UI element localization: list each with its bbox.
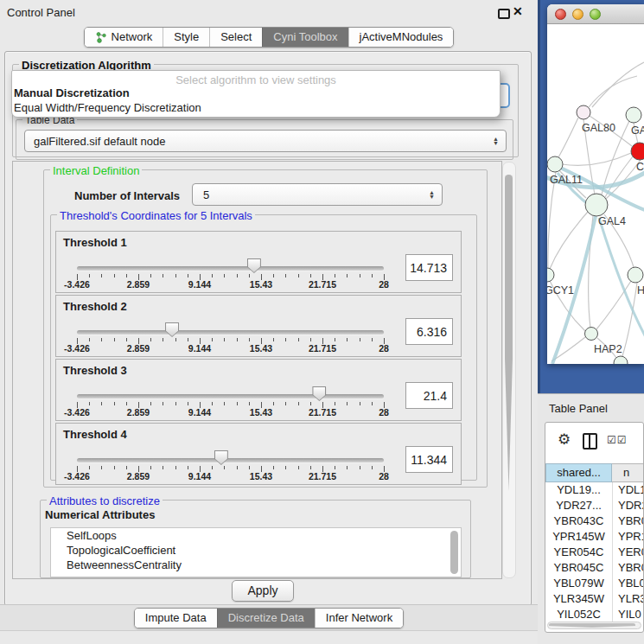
slider-tick	[188, 274, 188, 277]
slider-tick	[89, 402, 90, 405]
tab-cyni-toolbox[interactable]: Cyni Toolbox	[262, 28, 348, 47]
network-node-label: GA	[631, 124, 644, 137]
table-row[interactable]: YBR045CYBR0	[545, 560, 643, 576]
slider-track[interactable]	[77, 394, 384, 399]
slider-tick	[347, 466, 348, 469]
list-scrollbar-thumb[interactable]	[450, 531, 458, 574]
hscrollbar-thumb[interactable]	[549, 623, 635, 628]
tab-select[interactable]: Select	[209, 28, 262, 47]
slider-tick	[114, 338, 115, 341]
network-node-ga[interactable]	[626, 107, 641, 123]
slider-thumb[interactable]	[247, 258, 261, 273]
table-row[interactable]: YDR27...YDR2	[545, 498, 643, 513]
slider-thumb[interactable]	[165, 322, 179, 337]
attribute-list-item[interactable]: SelfLoops	[51, 528, 461, 543]
slider-tick	[273, 402, 274, 405]
network-node-h[interactable]	[628, 267, 643, 283]
table-row[interactable]: YPR145WYPR1	[545, 529, 643, 545]
tab-jactivemnodules[interactable]: jActiveMNodules	[348, 28, 454, 47]
slider-tick	[101, 466, 102, 469]
slider-tick	[175, 466, 176, 469]
tab-style[interactable]: Style	[163, 28, 209, 47]
slider-tick	[347, 274, 348, 277]
tab-impute-data[interactable]: Impute Data	[135, 609, 217, 628]
slider-thumb[interactable]	[312, 386, 326, 401]
table-row[interactable]: YBL079WYBL0	[545, 576, 643, 591]
scrollbar-thumb[interactable]	[505, 175, 513, 491]
attribute-list-item[interactable]: BetweennessCentrality	[51, 558, 461, 572]
slider-tick	[347, 402, 348, 405]
number-of-intervals-spinner[interactable]: 5 ▲▼	[192, 183, 443, 206]
network-node-gcy1[interactable]	[547, 268, 554, 282]
slider-tick	[249, 402, 250, 405]
slider-tick-label: 9.144	[182, 407, 217, 418]
network-edge	[550, 212, 588, 269]
table-row[interactable]: YLR345WYLR3	[545, 591, 643, 607]
column-header-name[interactable]: n	[612, 463, 643, 482]
table-row[interactable]: YDL19...YDL1	[545, 482, 643, 498]
network-node-gal4[interactable]	[585, 194, 608, 216]
threshold-value-field[interactable]: 11.344	[405, 446, 453, 473]
slider-tick-label: 15.43	[244, 471, 278, 481]
apply-button[interactable]: Apply	[232, 580, 294, 602]
slider-track[interactable]	[77, 266, 384, 271]
tab-label: Discretize Data	[228, 609, 304, 628]
network-node-hap2[interactable]	[585, 328, 598, 341]
table-panel-title: Table Panel	[549, 402, 608, 415]
column-layout-icon[interactable]	[583, 433, 597, 450]
table-data-combobox[interactable]: galFiltered.sif default node ▲▼	[24, 130, 507, 152]
threshold-value-field[interactable]: 21.4	[405, 382, 453, 409]
float-window-icon[interactable]	[498, 9, 510, 19]
close-traffic-light-icon[interactable]	[555, 9, 566, 20]
slider-tick	[285, 402, 286, 405]
combobox-arrows-icon: ▲▼	[493, 137, 499, 145]
zoom-traffic-light-icon[interactable]	[590, 9, 601, 20]
slider-tick	[335, 402, 335, 405]
threshold-value-field[interactable]: 14.713	[405, 254, 453, 281]
slider-tick-label: 2.859	[121, 471, 156, 481]
top-tab-group: NetworkStyleSelectCyni ToolboxjActiveMNo…	[84, 27, 455, 48]
slider-tick	[224, 466, 225, 469]
slider-tick	[150, 274, 151, 277]
network-node-c[interactable]	[631, 143, 644, 160]
threshold-label: Threshold 4	[63, 428, 127, 441]
network-window-titlebar[interactable]	[547, 4, 644, 24]
popup-item-manual-discretization[interactable]: Manual Discretization	[14, 86, 130, 99]
attribute-list-item[interactable]: TopologicalCoefficient	[51, 543, 461, 558]
tab-label: Select	[220, 28, 252, 47]
network-canvas[interactable]: GAL80GACGAL11GAL4GCY1HHAP2	[547, 24, 644, 364]
close-icon[interactable]: ✕	[513, 4, 523, 18]
table-row[interactable]: YER054CYER0	[545, 545, 643, 560]
table-horizontal-scrollbar[interactable]	[547, 622, 641, 629]
network-node-label: HAP2	[594, 343, 622, 355]
cell-name: YPR1	[613, 529, 643, 545]
network-node-gal11[interactable]	[547, 156, 563, 172]
gear-icon[interactable]: ⚙	[558, 430, 571, 448]
slider-track[interactable]	[77, 458, 384, 462]
table-row[interactable]: YBR043CYBR0	[545, 513, 643, 529]
minimize-traffic-light-icon[interactable]	[572, 9, 583, 20]
slider-tick	[175, 274, 176, 277]
threshold-panel-4: Threshold 4-3.4262.8599.14415.4321.71528…	[55, 423, 462, 485]
slider-tick-label: 21.715	[305, 343, 340, 354]
table-row[interactable]: YIL052CYIL0	[545, 607, 643, 622]
threshold-value-field[interactable]: 6.316	[405, 318, 453, 345]
tab-label: Style	[174, 28, 199, 47]
settings-vertical-scrollbar[interactable]	[502, 162, 516, 578]
checkbox-columns-icon[interactable]: ☑☑	[607, 434, 628, 446]
threshold-coordinates-title: Threshold's Coordinates for 5 Intervals	[57, 209, 255, 222]
bottom-tab-group: Impute DataDiscretize DataInfer Network	[134, 608, 404, 628]
popup-item-equal-width-frequency[interactable]: Equal Width/Frequency Discretization	[14, 101, 201, 114]
slider-track[interactable]	[77, 330, 384, 335]
slider-thumb[interactable]	[214, 450, 228, 465]
control-panel-title: Control Panel	[7, 6, 75, 19]
numerical-attributes-list[interactable]: SelfLoopsTopologicalCoefficientBetweenne…	[50, 527, 462, 577]
slider-tick	[101, 338, 102, 341]
network-node-gal80[interactable]	[577, 105, 590, 119]
tab-discretize-data[interactable]: Discretize Data	[217, 609, 315, 628]
tab-network[interactable]: Network	[85, 28, 163, 47]
column-header-shared-name[interactable]: shared...	[545, 463, 612, 482]
tab-infer-network[interactable]: Infer Network	[315, 609, 403, 628]
slider-tick	[114, 402, 115, 405]
slider-tick	[114, 466, 115, 469]
